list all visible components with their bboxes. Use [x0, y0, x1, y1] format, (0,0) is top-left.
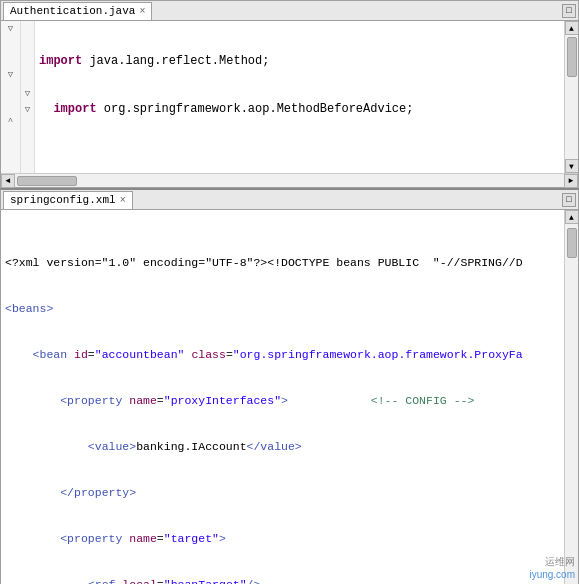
- code-line: [39, 149, 560, 165]
- xml-line: </property>: [5, 485, 560, 501]
- top-maximize-btn[interactable]: □: [562, 4, 576, 18]
- scroll-thumb[interactable]: [567, 37, 577, 77]
- top-subgutter: ▽ ▽: [21, 21, 35, 173]
- top-gutter: ▽ ▽ ^: [1, 21, 21, 173]
- h-scroll-thumb[interactable]: [17, 176, 77, 186]
- bottom-maximize-btn[interactable]: □: [562, 193, 576, 207]
- bottom-tab[interactable]: springconfig.xml ×: [3, 191, 133, 209]
- top-tab-label: Authentication.java: [10, 5, 135, 17]
- gutter-row: [21, 69, 34, 85]
- top-code-area: ▽ ▽ ^ ▽ ▽: [1, 21, 578, 173]
- gutter-row: ▽: [21, 85, 34, 101]
- gutter-row: [21, 133, 34, 149]
- gutter-row: [21, 53, 34, 69]
- scroll-left-btn[interactable]: ◄: [1, 174, 15, 188]
- gutter-row: [1, 127, 20, 142]
- gutter-row: [1, 51, 20, 66]
- code-line: import java.lang.reflect.Method;: [39, 53, 560, 69]
- gutter-row: ▽: [1, 21, 20, 36]
- gutter-row: ▽: [21, 101, 34, 117]
- bottom-code-area: <?xml version="1.0" encoding="UTF-8"?><!…: [1, 210, 578, 584]
- xml-line: <property name="target">: [5, 531, 560, 547]
- scroll-up-btn[interactable]: ▲: [565, 21, 579, 35]
- gutter-row: [1, 158, 20, 173]
- gutter-row: [1, 36, 20, 51]
- scroll-right-btn[interactable]: ►: [564, 174, 578, 188]
- top-scrollbar-v[interactable]: ▲ ▼: [564, 21, 578, 173]
- gutter-row: ▽: [1, 67, 20, 82]
- top-code-content: import java.lang.reflect.Method; import …: [35, 21, 564, 173]
- bottom-code-content: <?xml version="1.0" encoding="UTF-8"?><!…: [1, 210, 564, 584]
- scroll-down-btn[interactable]: ▼: [565, 159, 579, 173]
- scroll-up-btn[interactable]: ▲: [565, 210, 579, 224]
- bottom-tab-bar: springconfig.xml × □: [1, 190, 578, 210]
- bottom-tab-close[interactable]: ×: [120, 195, 126, 206]
- gutter-row: [1, 82, 20, 97]
- xml-line: <?xml version="1.0" encoding="UTF-8"?><!…: [5, 255, 560, 271]
- scroll-thumb[interactable]: [567, 228, 577, 258]
- xml-line: <bean id="accountbean" class="org.spring…: [5, 347, 560, 363]
- gutter-row: [21, 21, 34, 37]
- gutter-row: [21, 117, 34, 133]
- gutter-row: [21, 149, 34, 165]
- xml-line: <property name="proxyInterfaces"> <!-- C…: [5, 393, 560, 409]
- gutter-row: ^: [1, 97, 20, 127]
- code-line: import org.springframework.aop.MethodBef…: [39, 101, 560, 117]
- bottom-scrollbar-v[interactable]: ▲ ▼: [564, 210, 578, 584]
- top-scrollbar-h[interactable]: ◄ ►: [1, 173, 578, 187]
- xml-line: <beans>: [5, 301, 560, 317]
- xml-line: <ref local="beanTarget"/>: [5, 577, 560, 584]
- gutter-row: [1, 143, 20, 158]
- xml-line: <value>banking.IAccount</value>: [5, 439, 560, 455]
- top-tab-close[interactable]: ×: [139, 6, 145, 17]
- bottom-editor-panel: springconfig.xml × □ <?xml version="1.0"…: [0, 188, 579, 584]
- bottom-tab-label: springconfig.xml: [10, 194, 116, 206]
- gutter-row: [21, 37, 34, 53]
- top-editor-panel: Authentication.java × □ ▽ ▽ ^: [0, 0, 579, 188]
- top-tab-bar: Authentication.java × □: [1, 1, 578, 21]
- top-tab[interactable]: Authentication.java ×: [3, 2, 152, 20]
